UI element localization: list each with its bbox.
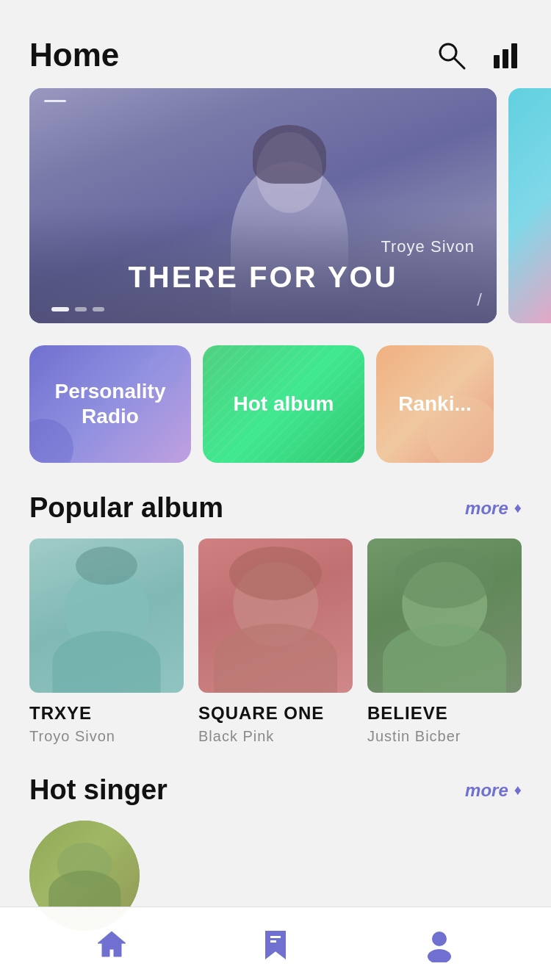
album-artist-trxye: Troyo Sivon bbox=[29, 728, 184, 745]
hero-carousel: Troye Sivon THERE FOR YOU / bbox=[0, 88, 551, 323]
album-item-square-one[interactable]: SQUARE ONE Black Pink bbox=[198, 538, 353, 745]
category-ranking[interactable]: Ranki... bbox=[376, 345, 494, 463]
category-personality-label: PersonalityRadio bbox=[55, 379, 166, 428]
category-personality-radio[interactable]: PersonalityRadio bbox=[29, 345, 191, 463]
svg-rect-4 bbox=[511, 43, 517, 68]
category-hot-label: Hot album bbox=[234, 392, 334, 417]
search-button[interactable] bbox=[435, 39, 467, 71]
album-cover-square-one bbox=[198, 538, 353, 693]
header-actions bbox=[435, 39, 522, 71]
hero-dash bbox=[44, 100, 66, 102]
nav-home-button[interactable] bbox=[29, 926, 193, 962]
hero-slash: / bbox=[477, 289, 482, 310]
svg-rect-5 bbox=[270, 936, 281, 938]
album-item-believe[interactable]: BELIEVE Justin Bicber bbox=[367, 538, 522, 745]
album-artist-square-one: Black Pink bbox=[198, 728, 353, 745]
chart-button[interactable] bbox=[489, 39, 522, 71]
bottom-navigation bbox=[0, 907, 551, 980]
bookmark-icon bbox=[257, 926, 294, 962]
popular-album-more-label: more bbox=[465, 498, 508, 519]
svg-rect-2 bbox=[494, 55, 500, 68]
hero-card-main[interactable]: Troye Sivon THERE FOR YOU / bbox=[29, 88, 497, 323]
indicator-2 bbox=[75, 307, 87, 311]
popular-album-more-button[interactable]: more ♦ bbox=[465, 498, 522, 519]
album-grid: TRXYE Troyo Sivon SQUARE ONE Black Pink … bbox=[0, 538, 551, 767]
popular-album-header: Popular album more ♦ bbox=[0, 485, 551, 538]
indicator-1 bbox=[51, 307, 69, 311]
hot-singer-more-label: more bbox=[465, 780, 508, 801]
svg-line-1 bbox=[454, 58, 464, 68]
nav-profile-button[interactable] bbox=[358, 926, 522, 962]
hot-singer-more-button[interactable]: more ♦ bbox=[465, 780, 522, 801]
category-section: PersonalityRadio Hot album Ranki... bbox=[0, 323, 551, 485]
indicator-3 bbox=[93, 307, 104, 311]
hero-title: THERE FOR YOU bbox=[51, 261, 475, 294]
hot-singer-header: Hot singer more ♦ bbox=[0, 767, 551, 821]
category-ranking-label: Ranki... bbox=[398, 392, 472, 417]
hero-artist: Troye Sivon bbox=[51, 237, 475, 256]
hot-singer-title: Hot singer bbox=[29, 774, 168, 806]
nav-bookmark-button[interactable] bbox=[193, 926, 357, 962]
hero-indicators bbox=[51, 307, 104, 311]
album-title-believe: BELIEVE bbox=[367, 703, 522, 724]
svg-point-8 bbox=[428, 949, 451, 962]
hot-singer-diamond-icon: ♦ bbox=[514, 782, 522, 799]
diamond-icon: ♦ bbox=[514, 500, 522, 516]
home-icon bbox=[93, 926, 130, 962]
svg-rect-6 bbox=[270, 940, 276, 943]
svg-point-7 bbox=[432, 932, 447, 946]
profile-icon bbox=[421, 926, 458, 962]
album-title-trxye: TRXYE bbox=[29, 703, 184, 724]
popular-album-title: Popular album bbox=[29, 492, 223, 524]
svg-rect-3 bbox=[503, 49, 508, 68]
album-title-square-one: SQUARE ONE bbox=[198, 703, 353, 724]
page-title: Home bbox=[29, 37, 119, 73]
category-hot-album[interactable]: Hot album bbox=[203, 345, 364, 463]
hero-card-peek[interactable] bbox=[508, 88, 551, 323]
album-cover-believe bbox=[367, 538, 522, 693]
album-artist-believe: Justin Bicber bbox=[367, 728, 522, 745]
header: Home bbox=[0, 0, 551, 88]
album-cover-trxye bbox=[29, 538, 184, 693]
album-item-trxye[interactable]: TRXYE Troyo Sivon bbox=[29, 538, 184, 745]
